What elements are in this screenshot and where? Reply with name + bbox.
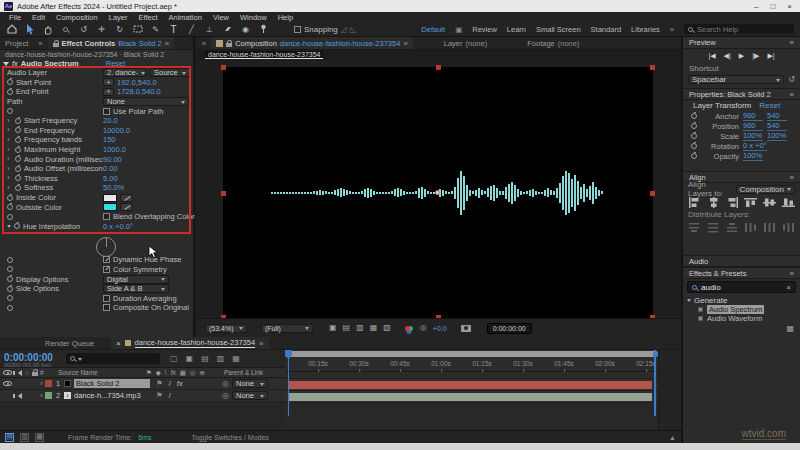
panel-menu-icon[interactable]: ≡ [790,38,794,47]
last-frame-button[interactable]: ▶| [767,52,774,60]
eyedropper-icon[interactable] [120,194,133,202]
menu-view[interactable]: View [208,13,234,22]
layer-name[interactable]: dance-h...7354.mp3 [74,391,150,400]
anchor-point[interactable] [435,190,440,195]
home-icon[interactable] [6,24,17,35]
properties-panel-header[interactable]: Properties: Black Solid 2≡ [683,88,800,100]
snapshot-camera-icon[interactable] [461,325,471,332]
toggle-switches-button[interactable]: Toggle Switches / Modes [191,434,268,441]
generate-group-label[interactable]: Generate [694,296,727,305]
puppet-pin-tool-icon[interactable] [258,24,269,35]
stopwatch-icon[interactable] [7,286,13,292]
pickwhip-icon[interactable]: ◎ [222,391,229,400]
tab-effect-controls[interactable]: Effect Controls Black Solid 2 ≡ [48,37,175,49]
transparency-grid-icon[interactable]: ▤ [343,324,351,332]
label-color-chip[interactable] [45,380,52,387]
next-frame-button[interactable]: |▶ [752,52,759,60]
stopwatch-icon[interactable] [14,223,20,229]
pen-tool-icon[interactable]: ✎ [150,24,161,35]
stopwatch-icon[interactable] [15,156,21,162]
clear-search-icon[interactable]: × [786,283,791,292]
eraser-tool-icon[interactable] [222,24,233,35]
stopwatch-icon[interactable] [7,195,13,201]
resolution-dropdown[interactable]: (Full) [261,324,313,333]
audio-layer-dropdown[interactable]: 2. dance- [103,68,147,77]
reset-preview-icon[interactable]: ↺ [788,76,795,84]
align-top-icon[interactable] [743,196,758,208]
group-caret-icon[interactable] [687,299,691,304]
stopwatch-icon[interactable] [691,133,697,139]
composition-viewer[interactable] [197,60,681,318]
menu-edit[interactable]: Edit [27,13,50,22]
work-area-end-marker[interactable] [654,350,656,416]
exposure-value[interactable]: +0.0 [433,325,447,332]
selection-handle[interactable] [221,65,226,70]
path-dropdown[interactable]: None [103,97,189,106]
play-button[interactable]: ▶ [739,52,744,60]
distribute-bottom-icon[interactable] [725,221,740,233]
timeline-search[interactable] [66,353,160,364]
layer-row-1[interactable]: › 1 Black Solid 2 ⚑ / fx ◎ None [0,378,285,390]
source-name-column[interactable]: Source Name [58,369,146,376]
composition-stage[interactable] [223,67,653,318]
stopwatch-icon[interactable] [15,127,21,133]
distribute-hcenter-icon[interactable] [762,221,777,233]
exposure-gear-icon[interactable]: ◎ [420,324,427,332]
shy-switch[interactable]: ⚑ [156,391,163,400]
stopwatch-icon[interactable] [691,123,697,129]
effect-item-audio-waveform[interactable]: Audio Waveform [683,314,800,323]
layer-bar-audio[interactable] [288,393,652,401]
distribute-vcenter-icon[interactable] [706,221,721,233]
selection-handle[interactable] [221,315,226,318]
panel-menu-icon[interactable]: ≡ [790,173,794,182]
stopwatch-icon[interactable] [15,118,21,124]
fx-switch[interactable]: fx [177,379,183,388]
distribute-right-icon[interactable] [781,221,796,233]
shy-layers-icon[interactable]: ▤ [201,354,209,363]
point-picker-icon[interactable]: + [103,88,114,96]
workspace-small-screen[interactable]: Small Screen [536,25,581,34]
tab-render-queue[interactable]: Render Queue [40,337,99,349]
viewer-timecode[interactable]: 0:00:00:00 [487,323,532,334]
magnification-dropdown[interactable]: (53.4%) [205,324,247,333]
menu-composition[interactable]: Composition [51,13,103,22]
effects-presets-search[interactable]: audio × [687,281,796,293]
stopwatch-icon[interactable] [7,79,13,85]
workspace-standard[interactable]: Standard [591,25,621,34]
eyedropper-icon[interactable] [120,203,133,211]
channel-icon[interactable] [405,326,410,331]
pan-camera-icon[interactable]: ✛ [96,24,107,35]
stopwatch-icon[interactable] [691,153,697,159]
comp-flowchart-icon[interactable]: ▢ [170,354,178,363]
audio-panel-header[interactable]: Audio [683,255,800,267]
selection-tool-icon[interactable] [24,24,35,35]
track-lane-2[interactable] [285,391,658,403]
active-comp-name[interactable]: dance-house-fashion-house-237354 [205,51,323,59]
timeline-scroll-gutter[interactable] [658,350,681,430]
workspace-default[interactable]: Default [421,25,445,34]
side-options-dropdown[interactable]: Side A & B [103,284,169,293]
effect-reset-link[interactable]: Reset [106,59,126,68]
snap-option-icon[interactable]: ◿ [341,25,347,34]
timeline-navigator[interactable] [285,351,658,357]
tab-overflow-icon[interactable]: » [33,37,47,49]
panel-menu-icon[interactable]: ≡ [403,39,407,48]
menu-effect[interactable]: Effect [133,13,162,22]
effect-header[interactable]: fx Audio Spectrum Reset [0,59,193,68]
clone-stamp-tool-icon[interactable]: ⊥ [204,24,215,35]
selection-handle[interactable] [650,315,655,318]
audio-layer-source-dropdown[interactable]: Source [150,68,190,77]
tab-project[interactable]: Project [0,37,33,49]
selection-handle[interactable] [650,191,655,196]
roi-icon[interactable]: ▣ [329,324,337,332]
stopwatch-icon[interactable] [7,305,13,311]
menu-animation[interactable]: Animation [164,13,207,22]
snapping-checkbox[interactable] [294,26,301,33]
menu-file[interactable]: File [4,13,26,22]
panel-menu-icon[interactable]: ≡ [165,39,169,48]
align-center-h-icon[interactable] [706,196,721,208]
roto-brush-tool-icon[interactable]: ◉ [240,24,251,35]
stopwatch-icon[interactable] [15,137,21,143]
parent-link-column[interactable]: Parent & Link [224,369,263,376]
mask-visibility-icon[interactable]: ▥ [356,324,364,332]
